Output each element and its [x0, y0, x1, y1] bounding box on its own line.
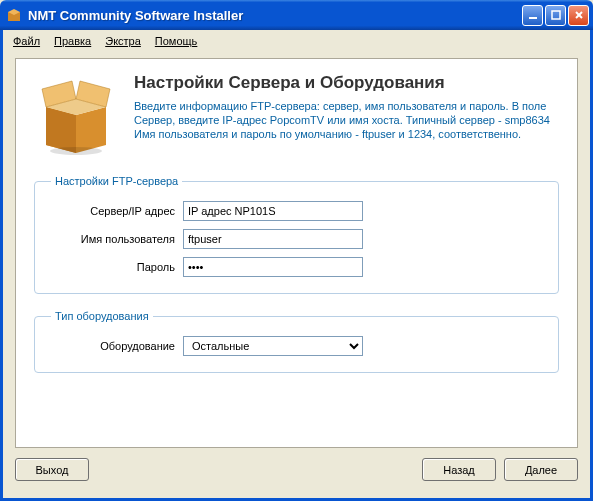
close-button[interactable]: [568, 5, 589, 26]
page-description: Введите информацию FTP-сервера: сервер, …: [134, 99, 559, 141]
password-label: Пароль: [51, 261, 183, 273]
app-icon: [6, 7, 22, 23]
footer: Выход Назад Далее: [3, 448, 590, 491]
exit-button[interactable]: Выход: [15, 458, 89, 481]
server-label: Сервер/IP адрес: [51, 205, 183, 217]
svg-marker-7: [46, 107, 76, 153]
server-input[interactable]: [183, 201, 363, 221]
maximize-icon: [551, 10, 561, 20]
hardware-type-group: Тип оборудования Оборудование Остальные: [34, 310, 559, 373]
menu-extra[interactable]: Экстра: [105, 35, 141, 47]
svg-rect-3: [552, 11, 560, 19]
page-title: Настройки Сервера и Оборудования: [134, 73, 559, 93]
menu-help[interactable]: Помощь: [155, 35, 198, 47]
maximize-button[interactable]: [545, 5, 566, 26]
hardware-label: Оборудование: [51, 340, 183, 352]
menubar: Файл Правка Экстра Помощь: [0, 30, 593, 52]
menu-file[interactable]: Файл: [13, 35, 40, 47]
password-input[interactable]: [183, 257, 363, 277]
ftp-legend: Настройки FTP-сервера: [51, 175, 182, 187]
close-icon: [574, 10, 584, 20]
titlebar: NMT Community Software Installer: [0, 0, 593, 30]
window-title: NMT Community Software Installer: [26, 8, 522, 23]
window-controls: [522, 5, 589, 26]
username-label: Имя пользователя: [51, 233, 183, 245]
svg-point-11: [50, 147, 102, 155]
hardware-legend: Тип оборудования: [51, 310, 153, 322]
window-frame: Настройки Сервера и Оборудования Введите…: [0, 52, 593, 501]
minimize-icon: [528, 10, 538, 20]
ftp-settings-group: Настройки FTP-сервера Сервер/IP адрес Им…: [34, 175, 559, 294]
minimize-button[interactable]: [522, 5, 543, 26]
hardware-select[interactable]: Остальные: [183, 336, 363, 356]
svg-rect-2: [529, 17, 537, 19]
next-button[interactable]: Далее: [504, 458, 578, 481]
footer-spacer: [97, 458, 414, 481]
menu-edit[interactable]: Правка: [54, 35, 91, 47]
back-button[interactable]: Назад: [422, 458, 496, 481]
header-text: Настройки Сервера и Оборудования Введите…: [134, 73, 559, 159]
wizard-content: Настройки Сервера и Оборудования Введите…: [15, 58, 578, 448]
box-icon: [34, 73, 118, 159]
username-input[interactable]: [183, 229, 363, 249]
header-row: Настройки Сервера и Оборудования Введите…: [34, 73, 559, 159]
